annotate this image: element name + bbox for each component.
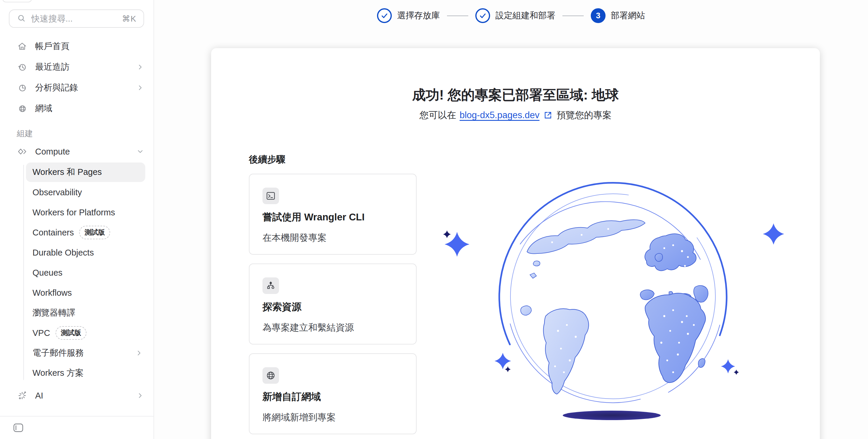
sidebar-item-queues[interactable]: Queues	[26, 263, 145, 283]
card-explore-resources[interactable]: 探索資源 為專案建立和繫結資源	[249, 264, 416, 345]
sub-item-label: 瀏覽器轉譯	[32, 307, 75, 319]
sidebar-item-label: 分析與記錄	[35, 82, 78, 94]
step-label: 選擇存放庫	[397, 10, 440, 22]
sidebar-section-build: 組建	[0, 126, 154, 141]
sub-item-label: Workflows	[32, 288, 72, 298]
sidebar-item-workers-for-platforms[interactable]: Workers for Platforms	[26, 203, 145, 222]
sidebar-collapse-button[interactable]	[12, 422, 25, 434]
sidebar-item-domains[interactable]: 網域	[0, 98, 154, 119]
chevron-right-icon	[135, 349, 144, 357]
sidebar-nav: 帳戶首頁 最近造訪 分析與記錄 網域	[0, 36, 154, 406]
stepper-connector	[562, 16, 584, 16]
chevron-right-icon	[136, 63, 145, 71]
icon-tile	[262, 187, 279, 204]
ai-sparkle-icon	[17, 390, 27, 401]
step-complete-circle	[377, 8, 392, 23]
collapse-sidebar-icon	[13, 423, 24, 433]
sidebar-footer	[0, 416, 154, 439]
sparkle	[734, 370, 739, 375]
cutoff-popover-edge	[2, 0, 32, 2]
card-description: 將網域新增到專案	[262, 411, 403, 423]
sidebar-item-browser-rendering[interactable]: 瀏覽器轉譯	[26, 303, 145, 323]
quick-search[interactable]: ⌘K	[9, 9, 144, 28]
sidebar-item-label: Compute	[35, 147, 70, 156]
sidebar-item-label: AI	[35, 391, 43, 401]
sub-item-label: Workers 方案	[32, 367, 84, 379]
sub-item-label: Durable Objects	[32, 248, 94, 258]
sparkle	[763, 223, 784, 244]
icon-tile	[262, 367, 279, 384]
sub-item-label: Workers 和 Pages	[32, 166, 102, 178]
step-complete-circle	[475, 8, 490, 23]
search-input[interactable]	[31, 14, 117, 24]
compute-icon	[17, 146, 27, 157]
card-title: 新增自訂網域	[262, 390, 403, 404]
sparkle	[495, 353, 511, 369]
sub-item-label: Observability	[32, 187, 82, 197]
search-shortcut: ⌘K	[122, 14, 136, 24]
card-title: 探索資源	[262, 300, 403, 314]
step-select-repository: 選擇存放庫	[377, 8, 440, 23]
external-link-icon	[544, 111, 552, 120]
beta-badge: 測試版	[56, 326, 87, 340]
deploy-success-panel: 成功! 您的專案已部署至區域: 地球 您可以在 blog-dx5.pages.d…	[211, 48, 820, 439]
sidebar-item-durable-objects[interactable]: Durable Objects	[26, 243, 145, 262]
card-description: 為專案建立和繫結資源	[262, 321, 403, 334]
sidebar-item-email-service[interactable]: 電子郵件服務	[26, 343, 145, 363]
sidebar-item-workflows[interactable]: Workflows	[26, 283, 145, 302]
sidebar-item-workers-plans[interactable]: Workers 方案	[26, 363, 145, 383]
earth-illustration	[428, 177, 797, 437]
sidebar-item-workers-and-pages[interactable]: Workers 和 Pages	[26, 163, 145, 182]
card-add-custom-domain[interactable]: 新增自訂網域 將網域新增到專案	[249, 353, 416, 434]
step-current-circle: 3	[591, 8, 606, 23]
card-description: 在本機開發專案	[262, 232, 403, 244]
search-icon	[17, 13, 27, 24]
chevron-right-icon	[136, 391, 145, 400]
card-title: 嘗試使用 Wrangler CLI	[262, 211, 403, 224]
sparkle	[505, 366, 511, 372]
sidebar-item-recent[interactable]: 最近造訪	[0, 57, 154, 78]
sidebar-item-analytics[interactable]: 分析與記錄	[0, 78, 154, 98]
sidebar-item-observability[interactable]: Observability	[26, 182, 145, 202]
beta-badge: 測試版	[79, 226, 110, 239]
step-deploy-site: 3 部署網站	[591, 8, 645, 23]
globe-icon	[266, 371, 276, 381]
sidebar: ⌘K 帳戶首頁 最近造訪 分析與記錄	[0, 0, 154, 439]
compute-submenu: Workers 和 Pages Observability Workers fo…	[0, 163, 154, 383]
sidebar-item-vpc[interactable]: VPC 測試版	[26, 323, 145, 343]
sidebar-item-account-home[interactable]: 帳戶首頁	[0, 36, 154, 57]
sub-item-label: Queues	[32, 268, 63, 278]
globe-icon	[17, 103, 27, 114]
success-title: 成功! 您的專案已部署至區域: 地球	[211, 87, 820, 103]
sparkle	[721, 359, 735, 373]
deployment-stepper: 選擇存放庫 設定組建和部署 3 部署網站	[377, 8, 645, 23]
next-steps-cards: 嘗試使用 Wrangler CLI 在本機開發專案 探索資源 為專案建立和繫結資…	[249, 174, 416, 439]
step-label: 設定組建和部署	[495, 10, 555, 22]
step-configure-build: 設定組建和部署	[475, 8, 555, 23]
sub-item-label: VPC	[32, 328, 50, 338]
check-icon	[476, 9, 489, 22]
chevron-down-icon	[136, 147, 145, 156]
globe-shadow	[563, 411, 661, 420]
preview-line: 您可以在 blog-dx5.pages.dev 預覽您的專案	[211, 109, 820, 121]
sidebar-item-label: 最近造訪	[35, 61, 69, 73]
sidebar-item-containers[interactable]: Containers 測試版	[26, 223, 145, 242]
resources-icon	[266, 281, 276, 291]
sidebar-item-label: 網域	[35, 103, 52, 114]
card-wrangler-cli[interactable]: 嘗試使用 Wrangler CLI 在本機開發專案	[249, 174, 416, 255]
sidebar-item-ai[interactable]: AI	[0, 385, 154, 406]
sub-item-label: Containers	[32, 228, 74, 237]
sub-item-label: Workers for Platforms	[32, 208, 115, 217]
step-label: 部署網站	[611, 10, 645, 22]
icon-tile	[262, 277, 279, 294]
home-icon	[17, 41, 27, 52]
sidebar-item-compute[interactable]: Compute	[0, 141, 154, 162]
terminal-icon	[266, 191, 276, 201]
preview-suffix: 預覽您的專案	[557, 109, 612, 121]
sub-item-label: 電子郵件服務	[32, 347, 84, 359]
chevron-right-icon	[136, 83, 145, 92]
project-link[interactable]: blog-dx5.pages.dev	[460, 110, 540, 120]
stepper-connector	[447, 16, 468, 16]
preview-prefix: 您可以在	[420, 109, 456, 121]
history-icon	[17, 62, 27, 72]
